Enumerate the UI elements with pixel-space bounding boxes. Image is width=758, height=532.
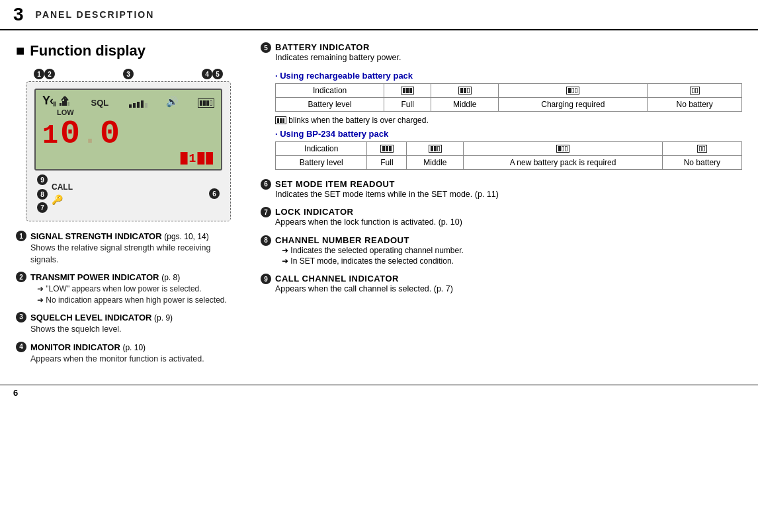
bat-newpack-bp: A new battery pack is required — [464, 155, 662, 169]
bat-charging-rech: Charging required — [499, 97, 648, 111]
desc-body-3: Shows the squelch level. — [30, 324, 241, 336]
desc-ref-2: (p. 8) — [161, 273, 180, 282]
screen-top-row: Y‹Ⅱ — [42, 94, 214, 108]
desc-body-2: ➜ "LOW" appears when low power is select… — [30, 284, 241, 306]
right-item-8: 8 CHANNEL NUMBER READOUT ➜ Indicates the… — [261, 235, 742, 268]
right-item-7: 7 LOCK INDICATOR Appears when the lock f… — [261, 207, 742, 229]
desc-text-2: TRANSMIT POWER INDICATOR (p. 8) ➜ "LOW" … — [30, 272, 241, 306]
squelch-bars — [129, 100, 147, 108]
bullet-2b: ➜ No indication appears when high power … — [37, 295, 241, 306]
table-header-label: Indication — [276, 83, 384, 97]
desc-item-4: 4 MONITOR INDICATOR (p. 10) Appears when… — [16, 342, 241, 365]
main-content: ■ Function display 1 2 3 4 5 — [0, 30, 758, 378]
battery-icon — [198, 98, 214, 108]
svg-rect-4 — [62, 101, 64, 106]
desc-circle-1: 1 — [16, 231, 26, 241]
chapter-number: 3 — [13, 4, 24, 25]
right-circle-7: 7 — [261, 207, 271, 217]
right-text-7: LOCK INDICATOR Appears when the lock fun… — [275, 207, 462, 229]
circle-7: 7 — [37, 202, 48, 213]
desc-item-3: 3 SQUELCH LEVEL INDICATOR (p. 9) Shows t… — [16, 312, 241, 336]
right-text-9: CALL CHANNEL INDICATOR Appears when the … — [275, 274, 453, 295]
desc-title-4: MONITOR INDICATOR — [30, 342, 120, 352]
bp234-level-label: Battery level — [276, 155, 367, 169]
battery-level-label: Battery level — [276, 97, 384, 111]
desc-body-1: Shows the relative signal strength while… — [30, 243, 241, 266]
right-body-6: Indicates the SET mode items while in th… — [275, 189, 499, 201]
blink-note: blinks when the battery is over charged. — [275, 116, 742, 125]
desc-ref-4: (p. 10) — [122, 343, 146, 352]
svg-rect-6 — [67, 102, 69, 106]
right-text-8: CHANNEL NUMBER READOUT ➜ Indicates the s… — [275, 235, 464, 268]
bullet-8a: ➜ Indicates the selected operating chann… — [282, 245, 464, 256]
left-descriptions: 1 SIGNAL STRENGTH INDICATOR (pgs. 10, 14… — [16, 231, 241, 365]
signal-icon-svg — [58, 95, 72, 107]
circle-3: 3 — [123, 69, 134, 79]
right-title-9: CALL CHANNEL INDICATOR — [275, 274, 399, 284]
right-item-5: 5 BATTERY INDICATOR Indicates remaining … — [261, 42, 742, 170]
desc-text-3: SQUELCH LEVEL INDICATOR (p. 9) Shows the… — [30, 312, 241, 336]
key-lock-icon: 🔑 — [52, 194, 73, 205]
right-body-5: Indicates remaining battery power. — [275, 52, 401, 64]
bat-none-rech: No battery — [648, 97, 742, 111]
right-body-7: Appears when the lock function is activa… — [275, 217, 462, 229]
rechargeable-table: Indication — [275, 83, 742, 112]
chapter-title: PANEL DESCRIPTION — [36, 9, 155, 20]
desc-title-2: TRANSMIT POWER INDICATOR — [30, 272, 159, 282]
bullet-2a: ➜ "LOW" appears when low power is select… — [37, 284, 241, 295]
subsection-bp234: · Using BP-234 battery pack — [275, 129, 742, 139]
right-circle-9: 9 — [261, 274, 271, 284]
circle-1: 1 — [34, 69, 44, 79]
circle-9: 9 — [37, 174, 48, 185]
page-footer: 6 — [0, 385, 758, 400]
bat-none-bp: No battery — [662, 155, 741, 169]
bat-icon-none-bp — [662, 141, 741, 155]
desc-item-1: 1 SIGNAL STRENGTH INDICATOR (pgs. 10, 14… — [16, 231, 241, 266]
bat-icon-mid-bp — [407, 141, 464, 155]
bullet-8b: ➜ In SET mode, indicates the selected co… — [282, 256, 464, 267]
right-title-8: CHANNEL NUMBER READOUT — [275, 235, 409, 245]
desc-body-4: Appears when the monitor function is act… — [30, 354, 241, 365]
monitor-icon: 🔊 — [166, 96, 179, 108]
desc-ref-1: (pgs. 10, 14) — [164, 232, 208, 241]
screen-box: Y‹Ⅱ — [26, 81, 231, 221]
right-body-9: Appears when the call channel is selecte… — [275, 284, 453, 295]
display-diagram: 1 2 3 4 5 Y‹Ⅱ — [26, 69, 231, 221]
sub-digits: █1██ — [181, 152, 214, 165]
bat-icon-low-bp — [464, 141, 662, 155]
desc-ref-3: (p. 9) — [154, 313, 173, 323]
right-circle-8: 8 — [261, 235, 271, 246]
sub-digits-row: █1██ — [42, 152, 214, 165]
display-screen: Y‹Ⅱ — [34, 89, 222, 171]
squelch-sql-label: SQL — [91, 98, 109, 108]
diagram-top-circles: 1 2 3 4 5 — [26, 69, 231, 79]
right-desc-5: 5 BATTERY INDICATOR Indicates remaining … — [261, 42, 742, 64]
right-text-6: SET MODE ITEM READOUT Indicates the SET … — [275, 179, 499, 201]
circle-4: 4 — [202, 69, 212, 79]
bat-icon-full-bp — [367, 141, 407, 155]
rechargeable-section: · Using rechargeable battery pack Indica… — [275, 71, 742, 125]
desc-text-4: MONITOR INDICATOR (p. 10) Appears when t… — [30, 342, 241, 365]
bat-full-bp: Full — [367, 155, 407, 169]
right-item-6: 6 SET MODE ITEM READOUT Indicates the SE… — [261, 179, 742, 201]
circle-5: 5 — [212, 69, 223, 79]
bat-full-rech: Full — [384, 97, 431, 111]
left-column: ■ Function display 1 2 3 4 5 — [16, 42, 241, 371]
footer-page-number: 6 — [13, 388, 18, 398]
call-label: CALL — [52, 182, 73, 192]
circle-2: 2 — [44, 69, 55, 79]
desc-item-2: 2 TRANSMIT POWER INDICATOR (p. 8) ➜ "LOW… — [16, 272, 241, 306]
desc-title-1: SIGNAL STRENGTH INDICATOR — [30, 231, 162, 241]
right-title-6: SET MODE ITEM READOUT — [275, 179, 395, 189]
bat-icon-mid-rech — [431, 83, 499, 97]
desc-circle-2: 2 — [16, 272, 26, 282]
bat-icon-full-rech — [384, 83, 431, 97]
right-circle-5: 5 — [261, 42, 271, 53]
signal-strength-icon: Y‹Ⅱ — [42, 94, 72, 108]
right-item-9: 9 CALL CHANNEL INDICATOR Appears when th… — [261, 274, 742, 295]
desc-circle-4: 4 — [16, 342, 26, 352]
bat-middle-rech: Middle — [431, 97, 499, 111]
section-label: Function display — [30, 42, 146, 59]
right-column: 5 BATTERY INDICATOR Indicates remaining … — [261, 42, 742, 371]
page-header: 3 PANEL DESCRIPTION — [0, 0, 758, 30]
